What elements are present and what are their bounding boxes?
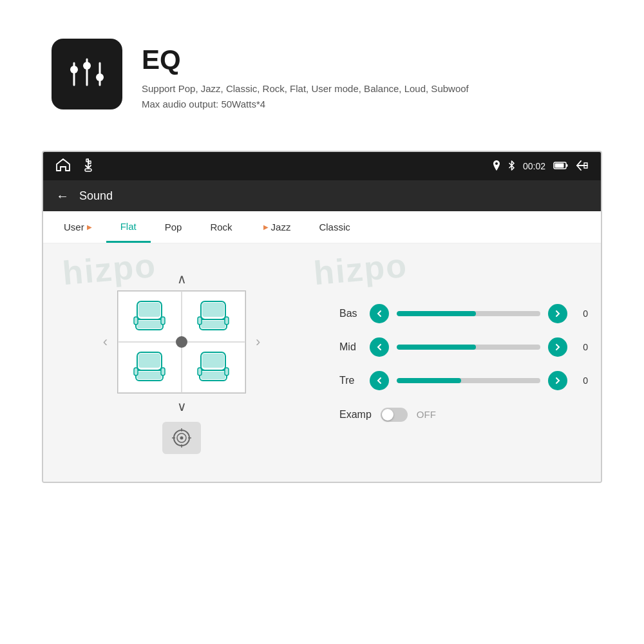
examp-state: OFF [417, 409, 436, 420]
mid-slider[interactable] [397, 345, 540, 350]
chevron-left-icon [375, 310, 383, 317]
svg-point-5 [96, 73, 104, 81]
examp-toggle[interactable] [381, 408, 408, 422]
eq-desc-line2: Max audio output: 50Watts*4 [142, 97, 469, 112]
seat-rear-right[interactable] [182, 342, 245, 393]
seat-right-arrow[interactable]: › [252, 334, 263, 350]
home-icon[interactable] [56, 158, 70, 174]
tab-classic[interactable]: Classic [305, 211, 364, 243]
chevron-right-icon [554, 377, 562, 384]
bas-increase-button[interactable] [548, 304, 567, 323]
seat-front-right-icon [196, 298, 231, 336]
svg-rect-7 [86, 159, 88, 162]
right-panel: Bas 0 Mid [320, 243, 601, 482]
target-button[interactable] [162, 422, 201, 454]
clock: 00:02 [523, 161, 545, 171]
tre-row: Tre 0 [339, 371, 588, 390]
tre-slider-fill [397, 378, 461, 383]
tre-increase-button[interactable] [548, 371, 567, 390]
toggle-knob [382, 409, 393, 421]
status-bar-right: 00:02 [493, 160, 588, 173]
svg-rect-27 [137, 372, 162, 379]
tab-jazz[interactable]: ▶ Jazz [247, 211, 305, 243]
eq-title: EQ [142, 45, 469, 75]
svg-rect-22 [198, 317, 202, 325]
main-content: hizpo hizpo ∧ ‹ [43, 243, 601, 482]
svg-rect-25 [138, 354, 160, 368]
bas-row: Bas 0 [339, 304, 588, 323]
bas-decrease-button[interactable] [370, 304, 389, 323]
seat-rear-left[interactable] [118, 342, 182, 393]
bluetooth-icon [508, 160, 515, 173]
tab-jazz-arrow: ▶ [263, 223, 269, 231]
seat-left-arrow[interactable]: ‹ [100, 334, 111, 350]
svg-rect-19 [202, 303, 224, 317]
chevron-down-button[interactable]: ∨ [177, 399, 187, 414]
tab-bar: User ▶ Flat Pop Rock ▶ Jazz Classic [43, 211, 601, 243]
svg-rect-13 [138, 303, 160, 317]
nav-title: Sound [79, 189, 113, 203]
svg-rect-15 [137, 321, 162, 328]
seat-grid [117, 290, 246, 393]
mid-label: Mid [339, 341, 362, 353]
eq-info: EQ Support Pop, Jazz, Classic, Rock, Fla… [142, 39, 469, 112]
tre-label: Tre [339, 375, 362, 386]
chevron-left-icon [375, 377, 383, 384]
chevron-up-button[interactable]: ∧ [177, 271, 187, 287]
back-nav-icon[interactable] [576, 160, 588, 173]
svg-rect-21 [201, 321, 225, 328]
status-bar-left [56, 158, 93, 175]
tab-pop[interactable]: Pop [151, 211, 196, 243]
nav-bar: ← Sound [43, 180, 601, 211]
svg-rect-23 [225, 317, 229, 325]
svg-rect-11 [555, 163, 564, 167]
tab-user-arrow: ▶ [87, 223, 92, 231]
mid-increase-button[interactable] [548, 337, 567, 357]
svg-rect-28 [134, 368, 138, 375]
tre-decrease-button[interactable] [370, 371, 389, 390]
target-icon [171, 428, 192, 448]
tab-rock[interactable]: Rock [196, 211, 246, 243]
status-bar: 00:02 [43, 152, 601, 180]
bas-slider[interactable] [397, 311, 540, 316]
bas-value: 0 [575, 308, 588, 319]
mid-row: Mid 0 [339, 337, 588, 357]
tab-user[interactable]: User ▶ [50, 211, 106, 243]
balance-center-dot[interactable] [176, 336, 187, 348]
svg-rect-29 [161, 368, 165, 375]
tre-value: 0 [575, 375, 588, 386]
seat-front-right[interactable] [182, 291, 245, 342]
svg-point-1 [70, 66, 78, 73]
seat-container: ‹ [100, 290, 264, 393]
mid-value: 0 [575, 342, 588, 352]
seat-front-left[interactable] [118, 291, 182, 342]
svg-rect-31 [202, 354, 224, 368]
examp-label: Examp [339, 409, 372, 421]
mid-decrease-button[interactable] [370, 337, 389, 357]
chevron-right-icon [554, 310, 562, 317]
seat-front-left-icon [132, 298, 167, 336]
mid-slider-fill [397, 345, 476, 350]
svg-point-3 [83, 62, 91, 70]
svg-rect-6 [85, 169, 91, 171]
chevron-right-icon [554, 343, 562, 351]
svg-rect-16 [134, 317, 138, 325]
examp-row: Examp OFF [339, 408, 588, 422]
svg-rect-35 [225, 368, 229, 375]
seat-rear-left-icon [132, 348, 167, 387]
tre-slider[interactable] [397, 378, 540, 383]
left-panel: ∧ ‹ [43, 243, 320, 482]
device-screen: 00:02 ← Sound [42, 151, 602, 483]
eq-sliders-icon [64, 52, 109, 97]
bas-slider-fill [397, 311, 476, 316]
eq-desc-line1: Support Pop, Jazz, Classic, Rock, Flat, … [142, 81, 469, 97]
svg-rect-10 [566, 164, 568, 167]
bas-label: Bas [339, 308, 362, 319]
battery-icon [553, 161, 569, 172]
svg-rect-34 [198, 368, 202, 375]
tab-flat[interactable]: Flat [106, 211, 151, 243]
eq-icon-box [52, 39, 122, 109]
nav-back-button[interactable]: ← [56, 189, 69, 204]
svg-point-38 [180, 437, 184, 440]
usb-icon [83, 158, 93, 175]
